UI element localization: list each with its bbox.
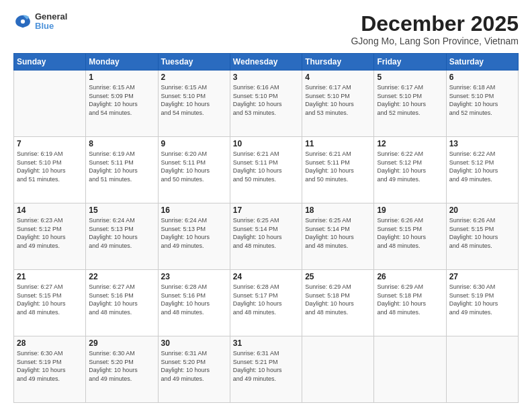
day-number: 6 xyxy=(449,73,515,82)
calendar-cell: 30Sunrise: 6:31 AM Sunset: 5:20 PM Dayli… xyxy=(158,336,230,403)
calendar-cell: 1Sunrise: 6:15 AM Sunset: 5:09 PM Daylig… xyxy=(86,71,158,137)
calendar-week-row: 14Sunrise: 6:23 AM Sunset: 5:12 PM Dayli… xyxy=(14,203,519,270)
calendar-cell: 29Sunrise: 6:30 AM Sunset: 5:20 PM Dayli… xyxy=(86,336,158,403)
day-info: Sunrise: 6:30 AM Sunset: 5:20 PM Dayligh… xyxy=(89,349,154,383)
day-info: Sunrise: 6:20 AM Sunset: 5:11 PM Dayligh… xyxy=(161,150,227,183)
day-number: 20 xyxy=(449,205,515,215)
calendar-header-row: SundayMondayTuesdayWednesdayThursdayFrid… xyxy=(14,54,519,71)
logo-line2: Blue xyxy=(35,21,67,31)
calendar-cell xyxy=(302,336,374,403)
day-info: Sunrise: 6:29 AM Sunset: 5:18 PM Dayligh… xyxy=(305,283,371,316)
day-number: 31 xyxy=(233,338,299,348)
day-info: Sunrise: 6:29 AM Sunset: 5:18 PM Dayligh… xyxy=(377,283,443,316)
header: General Blue December 2025 GJong Mo, Lan… xyxy=(13,12,519,46)
day-number: 2 xyxy=(161,73,227,82)
calendar-cell: 5Sunrise: 6:17 AM Sunset: 5:10 PM Daylig… xyxy=(374,71,446,137)
logo: General Blue xyxy=(13,12,67,32)
calendar-cell: 31Sunrise: 6:31 AM Sunset: 5:21 PM Dayli… xyxy=(230,336,302,403)
calendar-cell: 22Sunrise: 6:27 AM Sunset: 5:16 PM Dayli… xyxy=(86,270,158,336)
calendar-cell: 20Sunrise: 6:26 AM Sunset: 5:15 PM Dayli… xyxy=(446,203,518,270)
day-number: 21 xyxy=(17,272,83,281)
day-info: Sunrise: 6:17 AM Sunset: 5:10 PM Dayligh… xyxy=(305,83,371,117)
weekday-header: Wednesday xyxy=(230,54,302,71)
calendar-cell: 23Sunrise: 6:28 AM Sunset: 5:16 PM Dayli… xyxy=(158,270,230,336)
day-number: 22 xyxy=(89,272,154,281)
day-info: Sunrise: 6:21 AM Sunset: 5:11 PM Dayligh… xyxy=(233,150,299,183)
calendar-cell: 25Sunrise: 6:29 AM Sunset: 5:18 PM Dayli… xyxy=(302,270,374,336)
day-info: Sunrise: 6:23 AM Sunset: 5:12 PM Dayligh… xyxy=(17,216,83,250)
calendar-cell: 3Sunrise: 6:16 AM Sunset: 5:10 PM Daylig… xyxy=(230,71,302,137)
day-info: Sunrise: 6:18 AM Sunset: 5:10 PM Dayligh… xyxy=(449,83,515,117)
day-number: 23 xyxy=(161,272,227,281)
calendar-cell: 15Sunrise: 6:24 AM Sunset: 5:13 PM Dayli… xyxy=(86,203,158,270)
day-info: Sunrise: 6:30 AM Sunset: 5:19 PM Dayligh… xyxy=(449,283,515,316)
calendar-cell: 10Sunrise: 6:21 AM Sunset: 5:11 PM Dayli… xyxy=(230,137,302,203)
day-number: 9 xyxy=(161,139,227,148)
day-info: Sunrise: 6:15 AM Sunset: 5:09 PM Dayligh… xyxy=(89,83,154,117)
weekday-header: Friday xyxy=(374,54,446,71)
day-info: Sunrise: 6:19 AM Sunset: 5:10 PM Dayligh… xyxy=(17,150,83,183)
day-number: 27 xyxy=(449,272,515,281)
calendar-cell: 18Sunrise: 6:25 AM Sunset: 5:14 PM Dayli… xyxy=(302,203,374,270)
calendar-cell: 21Sunrise: 6:27 AM Sunset: 5:15 PM Dayli… xyxy=(14,270,86,336)
day-number: 26 xyxy=(377,272,443,281)
day-info: Sunrise: 6:25 AM Sunset: 5:14 PM Dayligh… xyxy=(305,216,371,250)
day-info: Sunrise: 6:27 AM Sunset: 5:15 PM Dayligh… xyxy=(17,283,83,316)
calendar-cell xyxy=(374,336,446,403)
subtitle: GJong Mo, Lang Son Province, Vietnam xyxy=(351,36,519,46)
day-number: 12 xyxy=(377,139,443,148)
calendar-cell xyxy=(14,71,86,137)
day-number: 19 xyxy=(377,205,443,215)
day-number: 30 xyxy=(161,338,227,348)
calendar-week-row: 21Sunrise: 6:27 AM Sunset: 5:15 PM Dayli… xyxy=(14,270,519,336)
calendar-table: SundayMondayTuesdayWednesdayThursdayFrid… xyxy=(13,53,519,403)
calendar-week-row: 1Sunrise: 6:15 AM Sunset: 5:09 PM Daylig… xyxy=(14,71,519,137)
calendar-cell: 16Sunrise: 6:24 AM Sunset: 5:13 PM Dayli… xyxy=(158,203,230,270)
calendar-cell: 28Sunrise: 6:30 AM Sunset: 5:19 PM Dayli… xyxy=(14,336,86,403)
day-info: Sunrise: 6:22 AM Sunset: 5:12 PM Dayligh… xyxy=(449,150,515,183)
day-number: 11 xyxy=(305,139,371,148)
day-number: 14 xyxy=(17,205,83,215)
day-info: Sunrise: 6:31 AM Sunset: 5:20 PM Dayligh… xyxy=(161,349,227,383)
day-info: Sunrise: 6:15 AM Sunset: 5:10 PM Dayligh… xyxy=(161,83,227,117)
title-block: December 2025 GJong Mo, Lang Son Provinc… xyxy=(351,12,519,46)
day-info: Sunrise: 6:16 AM Sunset: 5:10 PM Dayligh… xyxy=(233,83,299,117)
page: General Blue December 2025 GJong Mo, Lan… xyxy=(0,0,532,411)
day-number: 8 xyxy=(89,139,154,148)
day-number: 13 xyxy=(449,139,515,148)
day-info: Sunrise: 6:27 AM Sunset: 5:16 PM Dayligh… xyxy=(89,283,154,316)
calendar-week-row: 7Sunrise: 6:19 AM Sunset: 5:10 PM Daylig… xyxy=(14,137,519,203)
day-info: Sunrise: 6:19 AM Sunset: 5:11 PM Dayligh… xyxy=(89,150,154,183)
day-number: 7 xyxy=(17,139,83,148)
weekday-header: Sunday xyxy=(14,54,86,71)
day-info: Sunrise: 6:25 AM Sunset: 5:14 PM Dayligh… xyxy=(233,216,299,250)
day-number: 15 xyxy=(89,205,154,215)
calendar-cell: 12Sunrise: 6:22 AM Sunset: 5:12 PM Dayli… xyxy=(374,137,446,203)
calendar-cell xyxy=(446,336,518,403)
calendar-cell: 26Sunrise: 6:29 AM Sunset: 5:18 PM Dayli… xyxy=(374,270,446,336)
day-number: 3 xyxy=(233,73,299,82)
calendar-cell: 2Sunrise: 6:15 AM Sunset: 5:10 PM Daylig… xyxy=(158,71,230,137)
logo-line1: General xyxy=(35,12,67,21)
day-number: 25 xyxy=(305,272,371,281)
day-number: 1 xyxy=(89,73,154,82)
day-info: Sunrise: 6:26 AM Sunset: 5:15 PM Dayligh… xyxy=(449,216,515,250)
calendar-cell: 13Sunrise: 6:22 AM Sunset: 5:12 PM Dayli… xyxy=(446,137,518,203)
day-number: 5 xyxy=(377,73,443,82)
day-info: Sunrise: 6:26 AM Sunset: 5:15 PM Dayligh… xyxy=(377,216,443,250)
day-number: 28 xyxy=(17,338,83,348)
calendar-cell: 17Sunrise: 6:25 AM Sunset: 5:14 PM Dayli… xyxy=(230,203,302,270)
day-number: 16 xyxy=(161,205,227,215)
logo-icon xyxy=(13,12,32,31)
day-info: Sunrise: 6:28 AM Sunset: 5:16 PM Dayligh… xyxy=(161,283,227,316)
day-info: Sunrise: 6:24 AM Sunset: 5:13 PM Dayligh… xyxy=(161,216,227,250)
calendar-cell: 4Sunrise: 6:17 AM Sunset: 5:10 PM Daylig… xyxy=(302,71,374,137)
day-info: Sunrise: 6:31 AM Sunset: 5:21 PM Dayligh… xyxy=(233,349,299,383)
weekday-header: Saturday xyxy=(446,54,518,71)
day-info: Sunrise: 6:24 AM Sunset: 5:13 PM Dayligh… xyxy=(89,216,154,250)
main-title: December 2025 xyxy=(351,12,519,36)
weekday-header: Monday xyxy=(86,54,158,71)
day-info: Sunrise: 6:17 AM Sunset: 5:10 PM Dayligh… xyxy=(377,83,443,117)
calendar-week-row: 28Sunrise: 6:30 AM Sunset: 5:19 PM Dayli… xyxy=(14,336,519,403)
day-info: Sunrise: 6:28 AM Sunset: 5:17 PM Dayligh… xyxy=(233,283,299,316)
